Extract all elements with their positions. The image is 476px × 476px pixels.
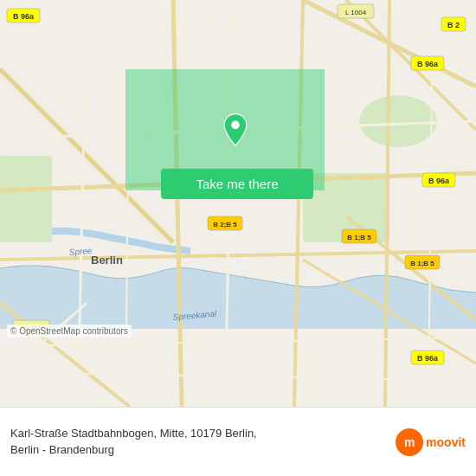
- svg-point-3: [359, 95, 437, 147]
- map-attribution: © OpenStreetMap contributors: [7, 325, 132, 338]
- svg-text:B 96a: B 96a: [417, 60, 439, 68]
- svg-text:Berlin: Berlin: [91, 254, 123, 267]
- moovit-letter: m: [404, 435, 415, 449]
- address-text: Karl-Straße Stadtbahnbogen, Mitte, 10179…: [10, 426, 396, 457]
- svg-point-47: [231, 121, 240, 130]
- svg-rect-2: [0, 156, 52, 242]
- svg-text:B 1;B 5: B 1;B 5: [347, 234, 371, 241]
- svg-text:B 2: B 2: [447, 21, 460, 29]
- svg-text:Spree: Spree: [68, 246, 93, 257]
- address-info: Karl-Straße Stadtbahnbogen, Mitte, 10179…: [10, 426, 396, 457]
- svg-text:B 96a: B 96a: [417, 354, 439, 363]
- map-container[interactable]: B 96a L 1004 B 2 B 96a B 96a B 2;B 5 B 1…: [0, 0, 476, 407]
- svg-text:B 2;B 5: B 2;B 5: [213, 221, 237, 228]
- moovit-logo: m moovit: [396, 428, 466, 456]
- take-me-there-button[interactable]: Take me there: [161, 169, 313, 199]
- bottom-bar: Karl-Straße Stadtbahnbogen, Mitte, 10179…: [0, 407, 476, 476]
- svg-text:B 96a: B 96a: [428, 177, 450, 185]
- location-pin: [218, 113, 253, 151]
- svg-text:B 96a: B 96a: [13, 12, 35, 21]
- svg-text:L 1004: L 1004: [345, 9, 367, 16]
- moovit-logo-icon: m: [396, 428, 423, 456]
- svg-text:B 1;B 5: B 1;B 5: [410, 260, 434, 267]
- moovit-brand-name: moovit: [426, 436, 466, 448]
- map-background: B 96a L 1004 B 2 B 96a B 96a B 2;B 5 B 1…: [0, 0, 476, 407]
